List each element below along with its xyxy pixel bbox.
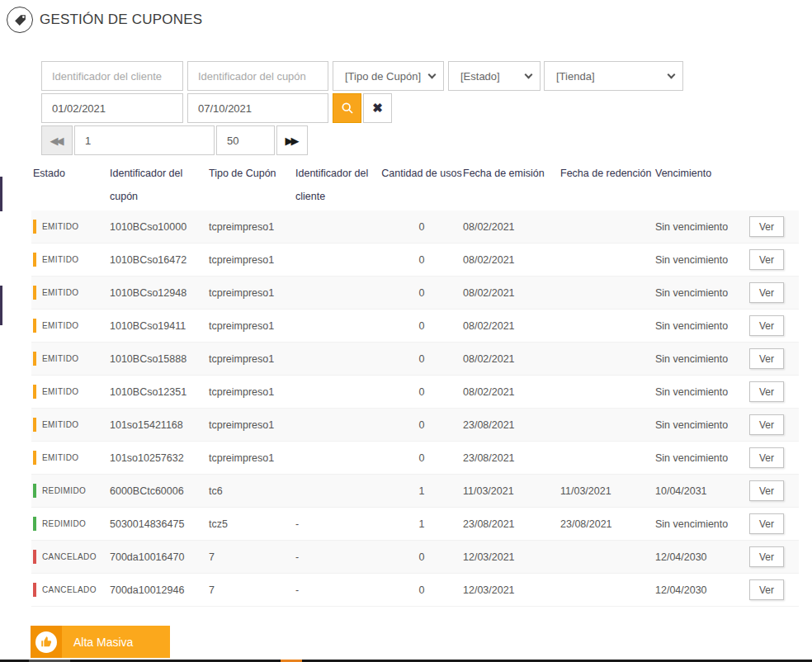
clear-icon: ✖ (372, 101, 383, 116)
cell-usage-count: 0 (380, 320, 463, 332)
cell-emission-date: 23/08/2021 (463, 452, 560, 464)
status-label: EMITIDO (42, 255, 78, 264)
status-label: EMITIDO (42, 222, 78, 231)
cell-coupon-type: tcz5 (209, 518, 295, 530)
alta-masiva-button[interactable]: Alta Masiva (31, 626, 170, 658)
chevron-down-icon (428, 70, 437, 78)
cell-usage-count: 1 (380, 485, 463, 497)
pagination-row: ◀◀ ▶▶ (41, 125, 683, 155)
column-header-cupon: Identificador del cupón (110, 161, 209, 208)
column-header-action (743, 161, 784, 163)
status-color-bar (33, 484, 36, 498)
state-select-value: [Estado] (460, 70, 500, 83)
previous-page-button[interactable]: ◀◀ (41, 125, 73, 155)
status-label: REDIMIDO (42, 486, 86, 495)
cell-emission-date: 08/02/2021 (463, 320, 560, 332)
status-label: EMITIDO (42, 387, 78, 396)
tag-icon (7, 7, 33, 33)
cell-usage-count: 0 (380, 287, 463, 299)
status-label: REDIMIDO (42, 519, 86, 528)
cell-emission-date: 08/02/2021 (463, 254, 560, 266)
chevron-down-icon (525, 70, 533, 78)
view-button[interactable]: Ver (749, 546, 784, 567)
status-label: EMITIDO (42, 420, 78, 429)
cell-expiration: Sin vencimiento (655, 353, 743, 365)
cell-usage-count: 0 (380, 551, 463, 563)
page-number-input[interactable] (74, 125, 215, 155)
cell-emission-date: 12/03/2021 (463, 584, 560, 596)
cell-coupon-type: tcpreimpreso1 (209, 452, 295, 464)
cell-emission-date: 08/02/2021 (463, 353, 560, 365)
status-badge: EMITIDO (33, 220, 110, 234)
table-row: CANCELADO 700da10016470 7 - 0 12/03/2021… (31, 541, 799, 574)
table-row: EMITIDO 1010BCso19411 tcpreimpreso1 0 08… (31, 310, 799, 343)
cell-usage-count: 0 (380, 254, 463, 266)
store-select[interactable]: [Tienda] (544, 61, 683, 91)
search-icon (341, 102, 354, 115)
next-page-icon: ▶▶ (286, 135, 297, 147)
column-header-redencion: Fecha de redención (560, 161, 655, 186)
view-button[interactable]: Ver (749, 414, 784, 435)
coupon-management-screen: GESTIÓN DE CUPONES [Tipo de Cupón] [Esta… (0, 0, 812, 662)
client-id-input[interactable] (41, 61, 183, 91)
cell-usage-count: 0 (380, 353, 463, 365)
cell-usage-count: 1 (380, 518, 463, 530)
alta-masiva-label: Alta Masiva (73, 636, 133, 649)
view-button[interactable]: Ver (749, 348, 784, 369)
search-button[interactable] (333, 93, 361, 123)
view-button[interactable]: Ver (749, 249, 784, 270)
status-label: CANCELADO (42, 552, 97, 561)
first-page-icon: ◀◀ (50, 135, 62, 147)
table-row: EMITIDO 1010BCso10000 tcpreimpreso1 0 08… (31, 210, 799, 244)
cell-coupon-type: 7 (209, 551, 295, 563)
filter-row-2: ✖ (41, 93, 683, 123)
cell-coupon-id: 101so15421168 (110, 419, 209, 431)
status-badge: EMITIDO (33, 451, 110, 465)
status-color-bar (33, 319, 36, 333)
cell-coupon-type: 7 (209, 584, 295, 596)
cell-coupon-type: tcpreimpreso1 (209, 320, 295, 332)
view-button[interactable]: Ver (749, 480, 784, 501)
table-body: EMITIDO 1010BCso10000 tcpreimpreso1 0 08… (31, 210, 799, 607)
cell-redemption-date: 11/03/2021 (560, 485, 655, 497)
page-size-input[interactable] (216, 125, 275, 155)
cell-emission-date: 23/08/2021 (463, 518, 560, 530)
cell-emission-date: 23/08/2021 (463, 419, 560, 431)
clear-filters-button[interactable]: ✖ (363, 93, 392, 123)
view-button[interactable]: Ver (749, 447, 784, 468)
cell-emission-date: 08/02/2021 (463, 287, 560, 299)
cell-coupon-id: 1010BCso15888 (110, 353, 209, 365)
table-row: REDIMIDO 5030014836475 tcz5 - 1 23/08/20… (31, 508, 799, 541)
coupon-id-input[interactable] (187, 61, 328, 91)
cell-coupon-id: 5030014836475 (110, 518, 209, 530)
cell-client-id: - (295, 551, 380, 563)
cell-usage-count: 0 (380, 386, 463, 398)
view-button[interactable]: Ver (749, 381, 784, 402)
next-page-button[interactable]: ▶▶ (276, 125, 308, 155)
view-button[interactable]: Ver (749, 579, 784, 600)
status-color-bar (33, 352, 36, 366)
column-header-emision: Fecha de emisión (463, 161, 560, 186)
cell-expiration: Sin vencimiento (655, 254, 743, 266)
coupons-table: Estado Identificador del cupón Tipo de C… (31, 161, 799, 607)
table-row: EMITIDO 1010BCso15888 tcpreimpreso1 0 08… (31, 343, 799, 376)
page-title: GESTIÓN DE CUPONES (40, 12, 202, 28)
cell-emission-date: 08/02/2021 (463, 221, 560, 233)
view-button[interactable]: Ver (749, 282, 784, 303)
page-header: GESTIÓN DE CUPONES (7, 7, 202, 33)
cell-emission-date: 11/03/2021 (463, 485, 560, 497)
cell-redemption-date: 23/08/2021 (560, 518, 655, 530)
cell-expiration: 12/04/2030 (655, 584, 743, 596)
cell-usage-count: 0 (380, 221, 463, 233)
chevron-down-icon (668, 70, 676, 78)
status-badge: EMITIDO (33, 385, 110, 399)
coupon-type-select[interactable]: [Tipo de Cupón] (333, 61, 444, 91)
view-button[interactable]: Ver (749, 513, 784, 534)
table-header: Estado Identificador del cupón Tipo de C… (31, 161, 799, 210)
state-select[interactable]: [Estado] (448, 61, 541, 91)
cell-coupon-type: tcpreimpreso1 (209, 221, 295, 233)
date-to-input[interactable] (187, 93, 328, 123)
date-from-input[interactable] (41, 93, 183, 123)
view-button[interactable]: Ver (749, 216, 784, 237)
view-button[interactable]: Ver (749, 315, 784, 336)
